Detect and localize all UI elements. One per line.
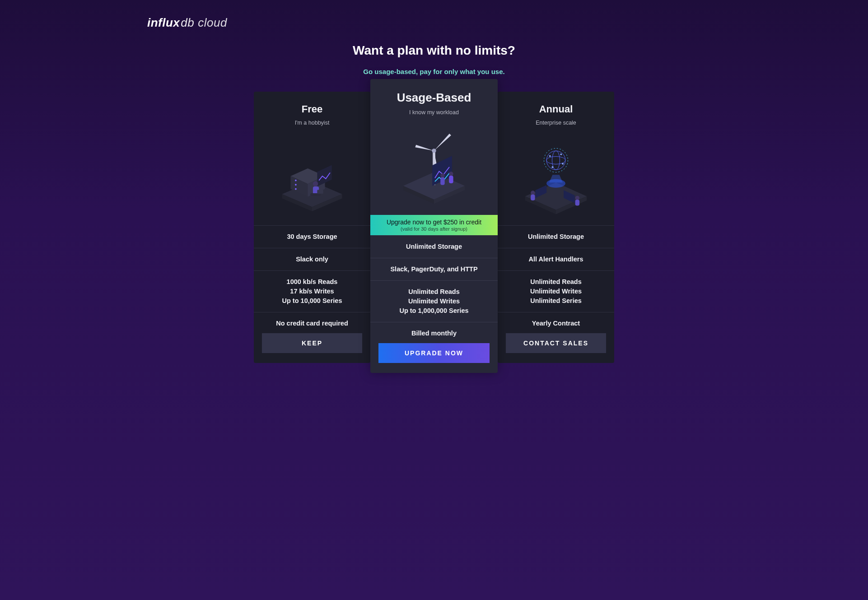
brand-logo: influxdbcloud [147,16,721,30]
plans-row: Free I'm a hobbyist [147,92,721,373]
feature-storage: Unlimited Storage [370,236,498,258]
feature-limits: Unlimited Reads Unlimited Writes Up to 1… [370,281,498,322]
feature-alerts: Slack only [254,248,370,271]
svg-point-37 [552,166,554,168]
feature-series: Up to 10,000 Series [260,296,364,306]
svg-point-34 [549,155,551,157]
plan-card-free: Free I'm a hobbyist [254,92,370,363]
feature-storage: Unlimited Storage [498,226,614,248]
feature-alerts: Slack, PagerDuty, and HTTP [370,258,498,281]
svg-marker-19 [434,134,451,151]
svg-point-31 [546,151,565,170]
plan-card-usage-based: Usage-Based I know my workload [370,79,498,373]
svg-point-25 [449,172,453,176]
feature-writes: Unlimited Writes [377,297,491,306]
svg-point-41 [531,191,535,195]
plan-title: Usage-Based [378,91,490,105]
plan-illustration-windturbine-icon [370,120,498,215]
svg-rect-45 [575,200,579,205]
promo-banner: Upgrade now to get $250 in credit (valid… [370,215,498,235]
promo-line-2: (valid for 30 days after signup) [374,226,494,232]
svg-point-10 [313,181,318,186]
contact-sales-button[interactable]: CONTACT SALES [506,333,606,353]
svg-rect-24 [440,177,444,185]
brand-light: db [181,16,194,29]
upgrade-now-button[interactable]: UPGRADE NOW [378,343,490,363]
plan-tagline: I know my workload [378,109,490,116]
svg-rect-42 [531,195,535,200]
plan-title: Annual [505,103,607,115]
feature-limits: Unlimited Reads Unlimited Writes Unlimit… [498,271,614,312]
svg-point-23 [440,173,444,177]
feature-storage: 30 days Storage [254,226,370,248]
feature-limits: 1000 kb/s Reads 17 kb/s Writes Up to 10,… [254,271,370,312]
page-title: Want a plan with no limits? [147,43,721,58]
svg-point-44 [575,196,579,200]
plan-illustration-hobbyist-icon [254,130,370,225]
plan-footer-note: Yearly Contract [506,320,606,327]
keep-button[interactable]: KEEP [262,333,362,353]
plan-card-annual: Annual Enterprise scale [498,92,614,363]
plan-illustration-enterprise-icon [498,130,614,225]
promo-line-1: Upgrade now to get $250 in credit [374,219,494,226]
feature-writes: 17 kb/s Writes [260,287,364,296]
feature-reads: Unlimited Reads [504,277,608,287]
svg-point-7 [295,184,297,186]
plan-footer-note: No credit card required [262,320,362,327]
page-subtitle: Go usage-based, pay for only what you us… [147,68,721,75]
svg-point-36 [562,163,564,165]
plan-title: Free [261,103,363,115]
svg-point-35 [560,153,562,155]
svg-rect-13 [317,190,323,194]
svg-marker-20 [415,145,434,151]
brand-cloud: cloud [198,16,227,29]
plan-tagline: Enterprise scale [505,120,607,126]
svg-point-30 [544,149,568,172]
svg-marker-39 [549,175,563,182]
feature-reads: Unlimited Reads [377,287,491,297]
plan-footer-note: Billed monthly [378,330,490,337]
svg-point-6 [295,180,297,181]
svg-point-8 [295,188,297,190]
page-header: Want a plan with no limits? Go usage-bas… [147,43,721,75]
feature-alerts: All Alert Handlers [498,248,614,271]
feature-series: Unlimited Series [504,296,608,306]
feature-series: Up to 1,000,000 Series [377,306,491,316]
feature-writes: Unlimited Writes [504,287,608,296]
plan-tagline: I'm a hobbyist [261,120,363,126]
svg-rect-26 [449,176,453,183]
feature-reads: 1000 kb/s Reads [260,277,364,287]
brand-bold: influx [147,16,180,29]
